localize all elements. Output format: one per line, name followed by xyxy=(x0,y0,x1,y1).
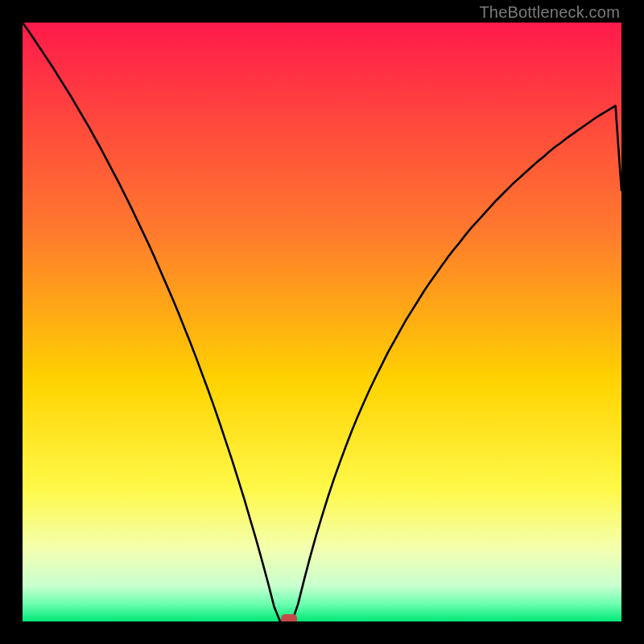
bottleneck-curve xyxy=(23,23,621,621)
watermark-text: TheBottleneck.com xyxy=(479,3,620,22)
optimal-marker xyxy=(281,614,297,621)
plot-area xyxy=(23,23,621,621)
chart-frame: TheBottleneck.com xyxy=(0,0,644,644)
curve-layer xyxy=(23,23,621,621)
